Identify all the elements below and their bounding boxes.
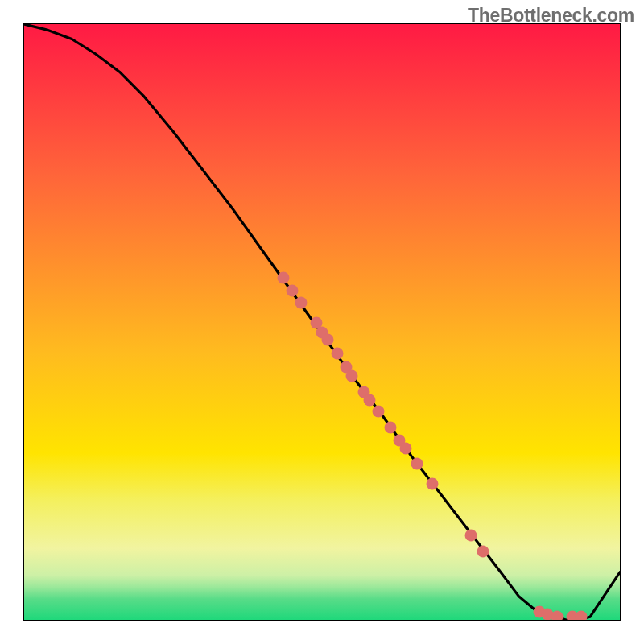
data-marker <box>465 529 477 541</box>
data-markers-layer <box>24 24 620 620</box>
data-marker <box>277 271 289 283</box>
data-marker <box>322 334 334 346</box>
data-marker <box>385 421 397 433</box>
data-marker <box>373 406 385 418</box>
data-marker <box>364 394 376 406</box>
data-marker <box>399 442 411 454</box>
data-marker <box>331 348 343 360</box>
data-marker <box>551 610 564 621</box>
data-marker <box>575 611 587 621</box>
data-marker <box>411 458 423 470</box>
data-marker <box>346 369 358 382</box>
data-marker <box>426 478 438 490</box>
watermark-text: TheBottleneck.com <box>468 5 634 27</box>
data-marker <box>477 545 489 557</box>
data-marker <box>295 297 308 309</box>
chart-canvas: TheBottleneck.com <box>0 0 644 644</box>
plot-area <box>23 23 621 621</box>
data-marker <box>287 284 299 296</box>
